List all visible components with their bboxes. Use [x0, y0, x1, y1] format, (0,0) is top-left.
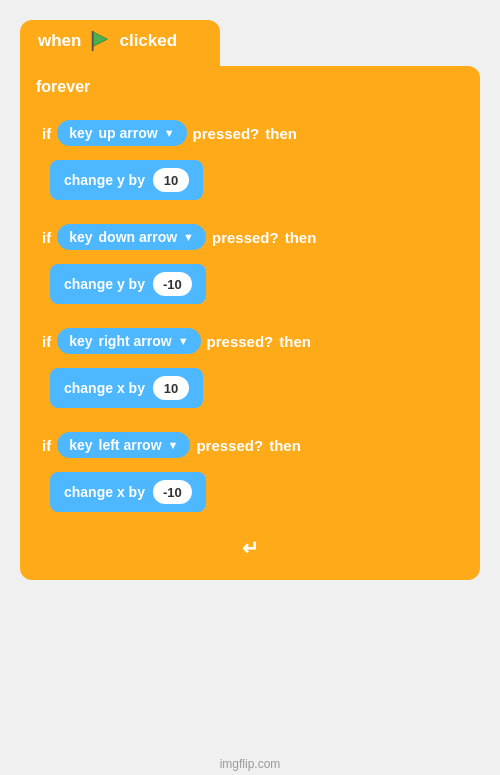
- svg-rect-1: [92, 31, 94, 51]
- change-y-by-10-block[interactable]: change y by 10: [50, 160, 203, 200]
- value-bubble-0: 10: [153, 168, 189, 192]
- watermark: imgflip.com: [0, 757, 500, 771]
- change-y-label-1: change y by: [64, 276, 145, 292]
- if-right-row: if key right arrow ▼ pressed? then: [32, 320, 468, 362]
- if-up-action-row: change y by 10: [32, 154, 468, 210]
- key-right-dropdown[interactable]: key right arrow ▼: [57, 328, 200, 354]
- clicked-label: clicked: [119, 31, 177, 51]
- key-left-dropdown[interactable]: key left arrow ▼: [57, 432, 190, 458]
- if-right-arrow-block: if key right arrow ▼ pressed? then chang…: [32, 320, 468, 418]
- pressed-label-3: pressed?: [196, 437, 263, 454]
- change-y-by-neg10-block[interactable]: change y by -10: [50, 264, 206, 304]
- if-left-row: if key left arrow ▼ pressed? then: [32, 424, 468, 466]
- scratch-program: when clicked forever if key up arrow ▼ p…: [20, 20, 480, 580]
- dropdown-arrow-0: ▼: [164, 127, 175, 139]
- change-x-by-10-block[interactable]: change x by 10: [50, 368, 203, 408]
- dropdown-arrow-1: ▼: [183, 231, 194, 243]
- then-label-3: then: [269, 437, 301, 454]
- value-bubble-3: -10: [153, 480, 192, 504]
- svg-marker-0: [93, 32, 108, 47]
- forever-label: forever: [32, 74, 468, 106]
- pressed-label-0: pressed?: [193, 125, 260, 142]
- if-label-1: if: [42, 229, 51, 246]
- value-text-2: 10: [164, 381, 178, 396]
- then-label-0: then: [265, 125, 297, 142]
- if-down-row: if key down arrow ▼ pressed? then: [32, 216, 468, 258]
- change-y-label-0: change y by: [64, 172, 145, 188]
- if-right-action-row: change x by 10: [32, 362, 468, 418]
- pressed-label-1: pressed?: [212, 229, 279, 246]
- right-arrow-value: right arrow: [99, 333, 172, 349]
- value-text-3: -10: [163, 485, 182, 500]
- if-down-arrow-block: if key down arrow ▼ pressed? then change…: [32, 216, 468, 314]
- key-label-1: key: [69, 229, 92, 245]
- down-arrow-value: down arrow: [99, 229, 178, 245]
- if-left-arrow-block: if key left arrow ▼ pressed? then change…: [32, 424, 468, 522]
- forever-block: forever if key up arrow ▼ pressed? then …: [20, 66, 480, 580]
- pressed-label-2: pressed?: [207, 333, 274, 350]
- value-bubble-1: -10: [153, 272, 192, 296]
- key-label-2: key: [69, 333, 92, 349]
- key-label-3: key: [69, 437, 92, 453]
- value-text-0: 10: [164, 173, 178, 188]
- dropdown-arrow-3: ▼: [168, 439, 179, 451]
- left-arrow-value: left arrow: [99, 437, 162, 453]
- if-left-action-row: change x by -10: [32, 466, 468, 522]
- dropdown-arrow-2: ▼: [178, 335, 189, 347]
- change-x-label-3: change x by: [64, 484, 145, 500]
- if-label-2: if: [42, 333, 51, 350]
- up-arrow-value: up arrow: [99, 125, 158, 141]
- key-up-dropdown[interactable]: key up arrow ▼: [57, 120, 186, 146]
- when-label: when: [38, 31, 81, 51]
- if-down-action-row: change y by -10: [32, 258, 468, 314]
- key-down-dropdown[interactable]: key down arrow ▼: [57, 224, 206, 250]
- then-label-2: then: [279, 333, 311, 350]
- key-label-0: key: [69, 125, 92, 141]
- green-flag-icon: [89, 30, 111, 52]
- if-label-0: if: [42, 125, 51, 142]
- change-x-label-2: change x by: [64, 380, 145, 396]
- if-label-3: if: [42, 437, 51, 454]
- if-up-arrow-block: if key up arrow ▼ pressed? then change y…: [32, 112, 468, 210]
- loop-arrow-icon: ↵: [242, 536, 259, 560]
- value-bubble-2: 10: [153, 376, 189, 400]
- then-label-1: then: [285, 229, 317, 246]
- value-text-1: -10: [163, 277, 182, 292]
- when-flag-clicked-block[interactable]: when clicked: [20, 20, 220, 66]
- if-up-row: if key up arrow ▼ pressed? then: [32, 112, 468, 154]
- forever-end: ↵: [32, 528, 468, 564]
- change-x-by-neg10-block[interactable]: change x by -10: [50, 472, 206, 512]
